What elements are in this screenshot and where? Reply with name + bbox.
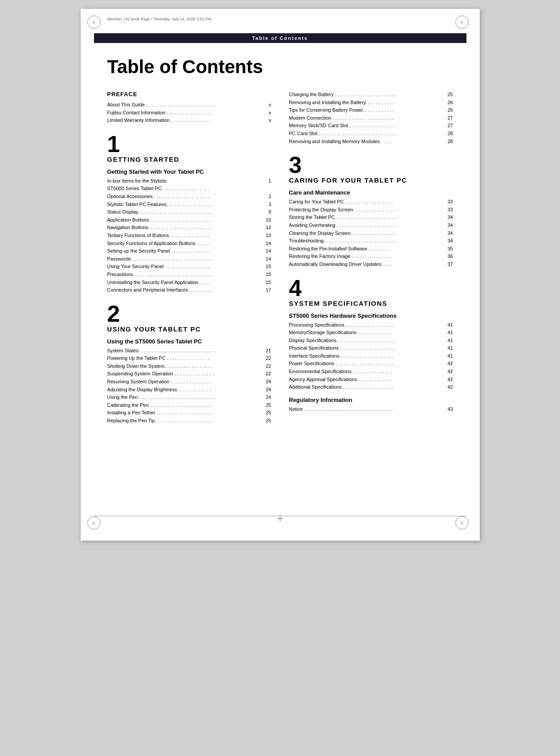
list-item: Using Your Security Panel . . . . . . . … (107, 263, 271, 271)
regulatory-heading: Regulatory Information (289, 397, 453, 403)
list-item: Adjusting the Display Brightness. . . . … (107, 386, 271, 394)
list-item: Cleaning the Display Screen. . . . . . .… (289, 230, 453, 238)
list-item: Removing and Installing Memory Modules .… (289, 138, 453, 146)
chapter2-title: USING YOUR TABLET PC (107, 325, 271, 333)
two-column-layout: PREFACE About This Guide . . . . . . . .… (107, 91, 453, 433)
list-item: PC Card Slot . . . . . . . . . . . . . .… (289, 130, 453, 138)
corner-circle-tl (87, 16, 101, 29)
chapter1-section: 1 GETTING STARTED Getting Started with Y… (107, 132, 271, 294)
list-item: About This Guide . . . . . . . . . . . .… (107, 101, 271, 109)
corner-tr (455, 16, 473, 33)
chapter3-subsection-heading: Care and Maintenance (289, 189, 453, 196)
list-item: Optional Accessories . . . . . . . . . .… (107, 193, 271, 201)
chapter1-number: 1 (107, 132, 271, 156)
list-item: Avoiding Overheating . . . . . . . . . .… (289, 222, 453, 230)
preface-section: PREFACE About This Guide . . . . . . . .… (107, 91, 271, 125)
list-item: Processing Specifications . . . . . . . … (289, 321, 453, 329)
right-column: Charging the Battery . . . . . . . . . .… (289, 91, 453, 433)
list-item: Precautions . . . . . . . . . . . . . . … (107, 271, 271, 279)
header-bar: Table of Contents (94, 33, 466, 43)
chapter2-subsection-heading: Using the ST5000 Series Tablet PC (107, 338, 271, 345)
main-content: Table of Contents PREFACE About This Gui… (81, 43, 480, 460)
list-item: System States. . . . . . . . . . . . . .… (107, 347, 271, 355)
list-item: Suspending System Operation . . . . . . … (107, 370, 271, 378)
list-item: Installing a Pen Tether . . . . . . . . … (107, 409, 271, 417)
list-item: Physical Specifications . . . . . . . . … (289, 344, 453, 352)
chapter1-subsection-heading: Getting Started with Your Tablet PC (107, 168, 271, 175)
list-item: Tips for Conserving Battery Power. . . .… (289, 106, 453, 114)
battery-section: Charging the Battery . . . . . . . . . .… (289, 91, 453, 145)
page: Niechen_UG.book Page i Thursday, July 14… (81, 9, 480, 541)
list-item: Environmental Specifications . . . . . .… (289, 368, 453, 376)
corner-tl (87, 16, 105, 33)
list-item: Resuming System Operation . . . . . . . … (107, 378, 271, 386)
bottom-center-cross: ✛ (277, 514, 283, 523)
page-file-info: Niechen_UG.book Page i Thursday, July 14… (107, 17, 211, 21)
list-item: Calibrating the Pen. . . . . . . . . . .… (107, 401, 271, 409)
list-item: Interface Specifications . . . . . . . .… (289, 352, 453, 360)
list-item: Stylistic Tablet PC Features. . . . . . … (107, 201, 271, 209)
chapter1-entries: In-box Items for the StylisticST5000 Ser… (107, 177, 271, 294)
list-item: Agency Approval Specifications . . . . .… (289, 376, 453, 384)
list-item: Setting up the Security Panel . . . . . … (107, 247, 271, 255)
list-item: Storing the Tablet PC. . . . . . . . . .… (289, 214, 453, 222)
chapter3-title: CARING FOR YOUR TABLET PC (289, 176, 453, 184)
list-item: Uninstalling the Security Panel Applicat… (107, 279, 271, 287)
chapter4-number: 4 (289, 277, 453, 300)
list-item: Application Buttons . . . . . . . . . . … (107, 216, 271, 224)
list-item: In-box Items for the StylisticST5000 Ser… (107, 177, 271, 193)
corner-circle-bl (87, 516, 101, 530)
chapter1-title: GETTING STARTED (107, 156, 271, 163)
list-item: Replacing the Pen Tip. . . . . . . . . .… (107, 417, 271, 425)
list-item: Shutting Down the System. . . . . . . . … (107, 362, 271, 370)
chapter4-title: SYSTEM SPECIFICATIONS (289, 300, 453, 307)
list-item: Memory/Storage Specifications . . . . . … (289, 329, 453, 337)
list-item: Protecting the Display Screen. . . . . .… (289, 206, 453, 214)
list-item: Additional Specifications . . . . . . . … (289, 383, 453, 391)
corner-bl (87, 516, 105, 534)
list-item: Status Display. . . . . . . . . . . . . … (107, 208, 271, 216)
list-item: Power Specifications . . . . . . . . . .… (289, 360, 453, 368)
regulatory-entries: Notice . . . . . . . . . . . . . . . . .… (289, 405, 453, 413)
list-item: Restoring the Factory Image . . . . . . … (289, 253, 453, 261)
list-item: Memory Stick/SD Card Slot . . . . . . . … (289, 122, 453, 130)
chapter3-section: 3 CARING FOR YOUR TABLET PC Care and Mai… (289, 153, 453, 268)
chapter2-number: 2 (107, 302, 271, 325)
list-item: Modem Connection . . . . . . . . . . . .… (289, 114, 453, 122)
page-title: Table of Contents (107, 56, 453, 78)
list-item: Removing and Installing the Battery. . .… (289, 99, 453, 107)
chapter2-entries: System States. . . . . . . . . . . . . .… (107, 347, 271, 425)
list-item: Caring for Your Tablet PC . . . . . . . … (289, 198, 453, 206)
list-item: Passwords . . . . . . . . . . . . . . . … (107, 255, 271, 263)
chapter3-number: 3 (289, 153, 453, 176)
list-item: Charging the Battery . . . . . . . . . .… (289, 91, 453, 99)
list-item: Using the Pen. . . . . . . . . . . . . .… (107, 394, 271, 401)
battery-entries: Charging the Battery . . . . . . . . . .… (289, 91, 453, 145)
list-item: Connectors and Peripheral Interfaces . .… (107, 286, 271, 294)
left-column: PREFACE About This Guide . . . . . . . .… (107, 91, 271, 433)
corner-br (455, 516, 473, 534)
list-item: Fujitsu Contact Information . . . . . . … (107, 109, 271, 117)
corner-circle-tr (455, 16, 469, 29)
list-item: Troubleshooting. . . . . . . . . . . . .… (289, 237, 453, 245)
corner-circle-br (455, 516, 469, 530)
list-item: Tertiary Functions of Buttons . . . . . … (107, 232, 271, 240)
list-item: Notice . . . . . . . . . . . . . . . . .… (289, 405, 453, 413)
chapter4-entries: Processing Specifications . . . . . . . … (289, 321, 453, 391)
list-item: Restoring the Pre-Installed Software . .… (289, 245, 453, 253)
chapter3-entries: Caring for Your Tablet PC . . . . . . . … (289, 198, 453, 268)
preface-entries: About This Guide . . . . . . . . . . . .… (107, 101, 271, 125)
chapter2-section: 2 USING YOUR TABLET PC Using the ST5000 … (107, 302, 271, 425)
list-item: Navigation Buttons. . . . . . . . . . . … (107, 224, 271, 232)
list-item: Automatically Downloading Driver Updates… (289, 261, 453, 269)
preface-heading: PREFACE (107, 91, 271, 97)
list-item: Powering Up the Tablet PC . . . . . . . … (107, 355, 271, 362)
list-item: Display Specifications. . . . . . . . . … (289, 337, 453, 345)
list-item: Security Functions of Application Button… (107, 240, 271, 248)
chapter4-section: 4 SYSTEM SPECIFICATIONS ST5000 Series Ha… (289, 277, 453, 413)
chapter4-subsection-heading: ST5000 Series Hardware Specifications (289, 312, 453, 319)
list-item: Limited Warranty Information . . . . . .… (107, 117, 271, 125)
